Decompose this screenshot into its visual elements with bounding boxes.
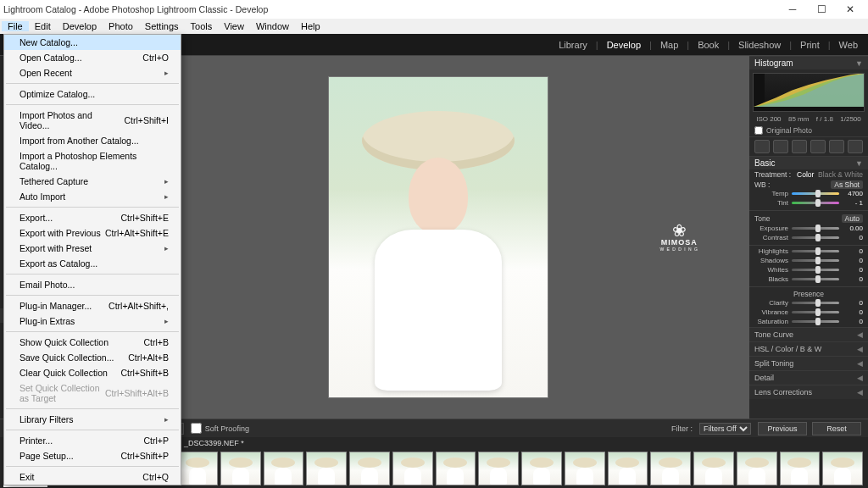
menu-item[interactable]: Open Recent (4, 65, 181, 80)
menu-item[interactable]: Auto Import (4, 189, 181, 204)
thumbnail[interactable] (693, 452, 734, 485)
menu-item[interactable]: Page Setup...Ctrl+Shift+P (4, 448, 181, 463)
contrast-slider[interactable]: Contrast0 (749, 234, 868, 243)
grad-tool-icon[interactable] (810, 140, 826, 153)
radial-tool-icon[interactable] (829, 140, 844, 153)
module-library[interactable]: Library (559, 40, 587, 50)
redeye-tool-icon[interactable] (792, 140, 807, 153)
whites-slider[interactable]: Whites0 (749, 266, 868, 275)
loupe-view[interactable]: ❀ MIMOSA W E D D I N G (127, 56, 749, 419)
menu-item[interactable]: Optimize Catalog... (4, 86, 181, 102)
menu-view[interactable]: View (218, 21, 250, 31)
menu-item[interactable]: Show Quick CollectionCtrl+B (4, 335, 181, 350)
menu-item[interactable]: Export...Ctrl+Shift+E (4, 210, 181, 225)
thumbnail[interactable] (822, 452, 863, 485)
menu-tools[interactable]: Tools (185, 21, 219, 31)
menu-item[interactable]: Plug-in Manager...Ctrl+Alt+Shift+, (4, 298, 181, 313)
tone-curve-header[interactable]: Tone Curve◀ (749, 327, 868, 341)
thumbnail[interactable] (220, 452, 261, 485)
menu-item[interactable]: Export as Catalog... (4, 256, 181, 271)
split-toning-header[interactable]: Split Toning◀ (749, 356, 868, 370)
menu-item[interactable]: Plug-in Extras (4, 313, 181, 329)
treatment-row: Treatment : Color Black & White (749, 169, 868, 180)
wb-select[interactable]: As Shot (831, 180, 863, 189)
menu-item[interactable]: Clear Quick CollectionCtrl+Shift+B (4, 365, 181, 380)
shadows-slider[interactable]: Shadows0 (749, 257, 868, 266)
treatment-bw[interactable]: Black & White (818, 170, 863, 179)
filter-select[interactable]: Filters Off (699, 423, 751, 435)
menu-item[interactable]: Import from Another Catalog... (4, 133, 181, 148)
close-icon[interactable]: ✕ (836, 3, 865, 15)
thumbnail[interactable] (177, 452, 218, 485)
thumbnail[interactable] (650, 452, 691, 485)
temp-slider[interactable]: Temp4700 (749, 190, 868, 199)
lens-header[interactable]: Lens Corrections◀ (749, 385, 868, 399)
thumbnail[interactable] (737, 452, 777, 485)
thumbnail[interactable] (780, 452, 821, 485)
menu-settings[interactable]: Settings (139, 21, 185, 31)
thumbnail[interactable] (264, 452, 304, 485)
menu-separator (6, 408, 179, 409)
menu-item[interactable]: Library Filters (4, 412, 181, 427)
thumbnail[interactable] (521, 452, 562, 485)
reset-button[interactable]: Reset (812, 422, 861, 435)
histogram-header[interactable]: Histogram▼ (749, 56, 868, 69)
main-photo[interactable] (328, 76, 548, 398)
highlights-slider[interactable]: Highlights0 (749, 247, 868, 257)
menu-help[interactable]: Help (295, 21, 326, 31)
thumbnail[interactable] (392, 452, 433, 485)
menu-separator (6, 274, 179, 274)
menu-item[interactable]: New Catalog... (4, 35, 181, 50)
menu-edit[interactable]: Edit (29, 21, 57, 31)
menu-item[interactable]: Save Quick Collection...Ctrl+Alt+B (4, 350, 181, 365)
thumbnail[interactable] (608, 452, 648, 485)
module-develop[interactable]: Develop (607, 40, 641, 50)
menu-window[interactable]: Window (250, 21, 295, 31)
menu-item[interactable]: Tethered Capture (4, 174, 181, 189)
menu-item[interactable]: Import Photos and Video...Ctrl+Shift+I (4, 108, 181, 133)
menu-item[interactable]: Email Photo... (4, 277, 181, 292)
menu-develop[interactable]: Develop (57, 21, 103, 31)
previous-button[interactable]: Previous (758, 422, 807, 435)
module-print[interactable]: Print (800, 40, 820, 50)
thumbnail[interactable] (349, 452, 390, 485)
basic-header[interactable]: Basic▼ (749, 156, 868, 169)
histogram[interactable] (753, 73, 865, 112)
soft-proofing-check[interactable]: Soft Proofing (191, 423, 249, 434)
module-web[interactable]: Web (839, 40, 858, 50)
brush-tool-icon[interactable] (848, 140, 863, 153)
treatment-color[interactable]: Color (797, 170, 814, 179)
hsl-header[interactable]: HSL / Color / B & W◀ (749, 341, 868, 356)
menu-item[interactable]: Export with PreviousCtrl+Alt+Shift+E (4, 225, 181, 241)
module-map[interactable]: Map (660, 40, 678, 50)
menu-item[interactable]: Export with Preset (4, 241, 181, 256)
menu-file[interactable]: File (2, 21, 29, 31)
menu-item: Set Quick Collection as TargetCtrl+Shift… (4, 380, 181, 406)
module-slideshow[interactable]: Slideshow (738, 40, 781, 50)
menu-item[interactable]: Open Catalog...Ctrl+O (4, 50, 181, 65)
thumbnail[interactable] (306, 452, 347, 485)
spot-tool-icon[interactable] (773, 140, 788, 153)
detail-header[interactable]: Detail◀ (749, 370, 868, 385)
original-photo-check[interactable]: Original Photo (749, 125, 868, 136)
maximize-icon[interactable]: ☐ (807, 3, 836, 15)
thumbnail[interactable] (436, 452, 476, 485)
exposure-slider[interactable]: Exposure0.00 (749, 225, 868, 234)
saturation-slider[interactable]: Saturation0 (749, 318, 868, 327)
vibrance-slider[interactable]: Vibrance0 (749, 308, 868, 318)
menu-item[interactable]: Import a Photoshop Elements Catalog... (4, 148, 181, 174)
crop-tool-icon[interactable] (754, 140, 770, 153)
tint-slider[interactable]: Tint- 1 (749, 199, 868, 208)
thumbnail[interactable] (565, 452, 605, 485)
menu-item[interactable]: ExitCtrl+Q (4, 469, 181, 485)
menu-photo[interactable]: Photo (103, 21, 139, 31)
auto-tone-button[interactable]: Auto (842, 214, 864, 223)
blacks-slider[interactable]: Blacks0 (749, 275, 868, 285)
thumbnail[interactable] (478, 452, 519, 485)
menu-item[interactable]: Printer...Ctrl+P (4, 433, 181, 448)
menu-separator (6, 207, 179, 208)
minimize-icon[interactable]: ─ (778, 3, 807, 15)
wb-row[interactable]: WB :As Shot (749, 180, 868, 190)
clarity-slider[interactable]: Clarity0 (749, 299, 868, 308)
module-book[interactable]: Book (698, 40, 719, 50)
